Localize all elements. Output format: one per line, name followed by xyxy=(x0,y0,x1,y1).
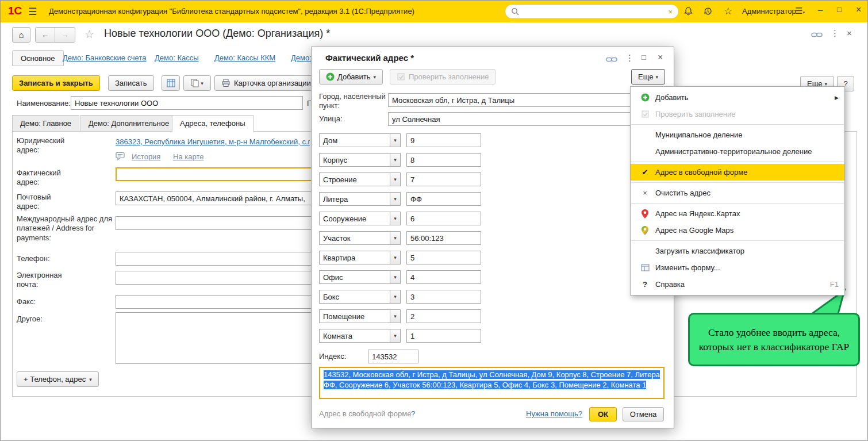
add-button[interactable]: Добавить ▾ xyxy=(319,69,383,85)
menu-item-change-form[interactable]: Изменить форму... xyxy=(631,259,844,276)
notifications-bell-icon[interactable] xyxy=(683,6,693,18)
dialog-get-link-icon[interactable] xyxy=(606,56,617,64)
history-icon[interactable] xyxy=(703,6,713,18)
dropdown-arrow-icon[interactable]: ▾ xyxy=(390,134,400,147)
dropdown-arrow-icon[interactable]: ▾ xyxy=(390,290,400,303)
close-app-button[interactable]: × xyxy=(856,5,861,15)
name-field[interactable]: Новые технологии ООО xyxy=(71,96,303,110)
combo-construction[interactable]: Сооружение ▾ xyxy=(319,212,401,225)
box-value-field[interactable]: 3 xyxy=(406,290,481,304)
combo-box[interactable]: Бокс ▾ xyxy=(319,290,401,304)
combo-premises[interactable]: Помещение ▾ xyxy=(319,309,401,323)
tab-addresses-phones[interactable]: Адреса, телефоны xyxy=(172,115,254,132)
other-textarea[interactable] xyxy=(116,312,314,364)
dialog-more-button[interactable]: Еще ▾ xyxy=(631,69,665,85)
dropdown-arrow-icon[interactable]: ▾ xyxy=(390,232,400,244)
combo-letter[interactable]: Литера ▾ xyxy=(319,192,401,206)
forward-button[interactable]: → xyxy=(55,28,75,42)
legal-address-link[interactable]: 386323, Республика Ингушетия, м-р-н Малг… xyxy=(116,137,310,146)
dropdown-arrow-icon[interactable]: ▾ xyxy=(390,271,400,283)
menu-item-google-maps[interactable]: Адрес на Google Maps xyxy=(631,222,844,239)
tab-demo-additional[interactable]: Демо: Дополнительное xyxy=(80,115,177,132)
room-value-field[interactable]: 1 xyxy=(406,329,481,343)
minimize-button[interactable]: – xyxy=(818,5,823,14)
plot-value-field[interactable]: 56:00:123 xyxy=(406,231,481,245)
check-fill-button[interactable]: Проверить заполнение xyxy=(390,69,496,85)
org-card-button[interactable]: Карточка организации xyxy=(214,75,318,91)
need-help-link[interactable]: Нужна помощь? xyxy=(526,409,582,418)
maximize-button[interactable]: □ xyxy=(837,5,842,14)
user-name[interactable]: Администратор xyxy=(742,7,796,16)
save-button[interactable]: Записать xyxy=(108,75,154,91)
clear-search-icon[interactable]: × xyxy=(668,7,673,16)
map-link[interactable]: На карте xyxy=(173,152,203,161)
letter-value-field[interactable]: ФФ xyxy=(406,192,481,206)
combo-building[interactable]: Корпус ▾ xyxy=(319,153,401,167)
history-link[interactable]: История xyxy=(132,152,160,161)
get-link-icon[interactable] xyxy=(811,31,823,40)
menu-item-check-fill[interactable]: Проверить заполнение xyxy=(631,106,844,122)
combo-structure[interactable]: Строение ▾ xyxy=(319,172,401,186)
building-value-field[interactable]: 8 xyxy=(406,153,481,167)
main-menu-icon[interactable]: ☰ xyxy=(28,6,37,18)
apartment-value-field[interactable]: 5 xyxy=(406,251,481,264)
save-and-close-button[interactable]: Записать и закрыть xyxy=(12,75,100,91)
comment-icon[interactable] xyxy=(116,152,125,162)
menu-item-yandex-maps[interactable]: Адрес на Яндекс.Картах xyxy=(631,205,844,222)
copy-dropdown-button[interactable]: ▾ xyxy=(183,75,211,91)
menu-item-add[interactable]: Добавить ▶ xyxy=(631,89,844,106)
index-field[interactable]: 143532 xyxy=(368,350,418,363)
dialog-more-icon[interactable]: ⋮ xyxy=(625,53,634,63)
phone-field[interactable] xyxy=(116,252,314,266)
combo-office[interactable]: Офис ▾ xyxy=(319,270,401,284)
actual-address-field[interactable] xyxy=(116,167,314,181)
menu-item-help[interactable]: ? Справка F1 xyxy=(631,276,844,293)
dropdown-arrow-icon[interactable]: ▾ xyxy=(390,329,400,342)
home-button[interactable]: ⌂ xyxy=(12,27,30,43)
dropdown-arrow-icon[interactable]: ▾ xyxy=(390,212,400,225)
combo-room[interactable]: Комната ▾ xyxy=(319,329,401,343)
service-menu-icon[interactable]: ☰▾ xyxy=(795,6,805,16)
menu-item-load-classifier[interactable]: Загрузить классификатор xyxy=(631,243,844,259)
structure-value-field[interactable]: 7 xyxy=(406,172,481,186)
combo-apartment[interactable]: Квартира ▾ xyxy=(319,251,401,264)
postal-address-field[interactable]: КАЗАХСТАН, 050004, Алмалинский район, г.… xyxy=(116,191,314,205)
ok-button[interactable]: ОК xyxy=(589,407,617,421)
street-field[interactable]: ул Солнечная xyxy=(388,112,659,126)
menu-item-municipal[interactable]: Муниципальное деление xyxy=(631,126,844,143)
office-value-field[interactable]: 4 xyxy=(406,270,481,284)
dropdown-arrow-icon[interactable]: ▾ xyxy=(390,310,400,323)
add-phone-address-button[interactable]: + Телефон, адрес ▾ xyxy=(17,371,99,387)
email-field[interactable] xyxy=(116,271,314,285)
dropdown-arrow-icon[interactable]: ▾ xyxy=(390,193,400,205)
house-value-field[interactable]: 9 xyxy=(406,133,481,147)
intl-address-field[interactable] xyxy=(116,216,314,230)
tab-link-bank-accounts[interactable]: Демо: Банковские счета xyxy=(63,53,146,62)
favorites-star-icon[interactable]: ☆ xyxy=(724,5,732,17)
dialog-maximize-button[interactable]: □ xyxy=(642,53,646,62)
menu-item-clear-address[interactable]: × Очистить адрес xyxy=(631,185,844,201)
form-more-icon[interactable]: ⋮ xyxy=(831,28,839,39)
tab-link-cash[interactable]: Демо: Кассы xyxy=(155,53,199,62)
tab-link-clipped[interactable]: Демо: xyxy=(291,53,312,62)
dropdown-arrow-icon[interactable]: ▾ xyxy=(390,154,400,166)
tab-demo-main[interactable]: Демо: Главное xyxy=(12,115,79,132)
search-input[interactable] xyxy=(523,7,665,16)
free-form-help-icon[interactable]: ? xyxy=(411,409,415,418)
combo-house[interactable]: Дом ▾ xyxy=(319,133,401,147)
fax-field[interactable] xyxy=(116,295,314,309)
page-favorite-star-icon[interactable]: ☆ xyxy=(85,28,94,41)
construction-value-field[interactable]: 6 xyxy=(406,212,481,225)
report-icon-button[interactable] xyxy=(162,75,180,91)
tab-main[interactable]: Основное xyxy=(12,50,64,66)
dialog-close-button[interactable]: × xyxy=(658,52,663,63)
premises-value-field[interactable]: 2 xyxy=(406,309,481,323)
dropdown-arrow-icon[interactable]: ▾ xyxy=(390,251,400,264)
free-form-address-textarea[interactable]: 143532, Московская обл, г Истра, д Талиц… xyxy=(319,367,665,399)
cancel-button[interactable]: Отмена xyxy=(623,407,664,421)
close-form-button[interactable]: × xyxy=(847,28,852,38)
combo-plot[interactable]: Участок ▾ xyxy=(319,231,401,245)
tab-link-cash-kkm[interactable]: Демо: Кассы ККМ xyxy=(214,53,275,62)
dropdown-arrow-icon[interactable]: ▾ xyxy=(390,173,400,186)
menu-item-administrative[interactable]: Административно-территориальное деление xyxy=(631,143,844,160)
